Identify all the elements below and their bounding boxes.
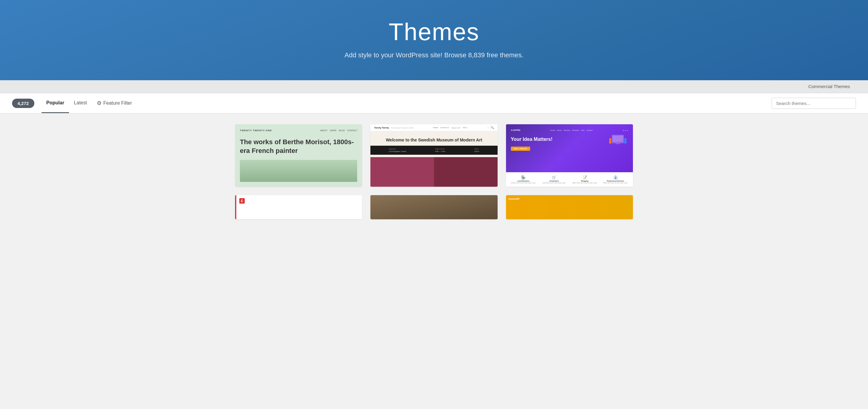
ocean-brand: OceanWP xyxy=(508,198,520,200)
tt-nav-links: Home Exhibitions About Us ▾ News xyxy=(433,127,467,129)
filter-bar: 4,272 Popular Latest ⚙ Feature Filter xyxy=(0,93,868,113)
astra-hero: ⊙ ASTRA Home About Services Reviews FAQ … xyxy=(506,124,633,172)
commercial-themes-link[interactable]: Commercial Themes xyxy=(808,84,850,89)
astra-illustration xyxy=(606,127,630,151)
theme-count-badge: 4,272 xyxy=(12,99,34,108)
astra-features: 🏪 Local Business Similique notto oasum a… xyxy=(506,172,633,187)
hero-section: Themes Add style to your WordPress site!… xyxy=(0,0,868,80)
theme-card-twenty-twenty-one[interactable]: TWENTY TWENTY-ONE ABOUT WORK BLOG CONTAC… xyxy=(235,124,362,187)
page-title: Themes xyxy=(6,18,862,46)
search-icon: 🔍 xyxy=(491,126,494,129)
tab-latest[interactable]: Latest xyxy=(69,93,92,113)
tt1-nav-links: ABOUT WORK BLOG CONTACT xyxy=(320,129,358,132)
tt-header-icons: ··· 🔍 xyxy=(487,126,494,129)
tt-brand: Twenty Twenty The Default Theme for 2020 xyxy=(374,127,413,129)
tt1-nav: TWENTY TWENTY-ONE ABOUT WORK BLOG CONTAC… xyxy=(240,129,357,132)
svg-rect-6 xyxy=(624,141,627,144)
tt1-brand: TWENTY TWENTY-ONE xyxy=(240,129,272,132)
svg-point-5 xyxy=(624,138,627,141)
theme-preview-tt: Twenty Twenty The Default Theme for 2020… xyxy=(370,124,497,187)
ecommerce-icon: 🛒 xyxy=(539,175,568,179)
tt1-headline: The works of Berthe Morisot, 1800s-era F… xyxy=(240,138,357,155)
commercial-bar: Commercial Themes xyxy=(0,80,868,93)
tt-hero-headline: Welcome to the Swedish Museum of Modern … xyxy=(375,137,493,143)
svg-rect-1 xyxy=(613,136,623,142)
theme-preview-elementor: E xyxy=(235,195,362,219)
hero-subtitle: Add style to your WordPress site! Browse… xyxy=(6,51,862,59)
gear-icon: ⚙ xyxy=(97,100,101,107)
feature-filter-button[interactable]: ⚙ Feature Filter xyxy=(92,93,137,113)
astra-brand: ⊙ ASTRA xyxy=(511,129,521,132)
elementor-icon: E xyxy=(239,198,245,204)
theme-card-ocean[interactable]: OceanWP xyxy=(506,195,633,219)
svg-point-3 xyxy=(609,138,612,141)
svg-rect-4 xyxy=(609,141,612,144)
tt-header: Twenty Twenty The Default Theme for 2020… xyxy=(370,124,497,131)
theme-card-elementor[interactable]: E xyxy=(235,195,362,219)
local-business-icon: 🏪 xyxy=(509,175,538,179)
theme-preview-ocean: OceanWP xyxy=(506,195,633,219)
tt-info-bar: ADDRESS 123 Storgatan, Umeå OPEN TODAY 9… xyxy=(370,146,497,155)
theme-card-astra[interactable]: ⊙ ASTRA Home About Services Reviews FAQ … xyxy=(506,124,633,187)
theme-card-photo[interactable] xyxy=(370,195,497,219)
tt1-image xyxy=(240,160,357,182)
theme-preview-photo xyxy=(370,195,497,219)
theme-card-twenty-twenty[interactable]: Twenty Twenty The Default Theme for 2020… xyxy=(370,124,497,187)
svg-rect-2 xyxy=(616,143,620,144)
astra-cta: Make a Website xyxy=(511,147,530,151)
tab-popular[interactable]: Popular xyxy=(41,93,69,113)
search-input[interactable] xyxy=(772,98,856,109)
astra-nav-links: Home About Services Reviews FAQ Contact xyxy=(550,129,592,131)
tt-gallery xyxy=(370,157,497,187)
professional-icon: 👔 xyxy=(601,175,630,179)
ellipsis-icon: ··· xyxy=(487,126,490,129)
feature-filter-label: Feature Filter xyxy=(103,100,132,106)
theme-preview-astra: ⊙ ASTRA Home About Services Reviews FAQ … xyxy=(506,124,633,187)
theme-preview-tt1: TWENTY TWENTY-ONE ABOUT WORK BLOG CONTAC… xyxy=(235,124,362,187)
themes-grid: TWENTY TWENTY-ONE ABOUT WORK BLOG CONTAC… xyxy=(217,113,651,230)
tt-hero-text: Welcome to the Swedish Museum of Modern … xyxy=(370,131,497,146)
blogging-icon: 📝 xyxy=(570,175,599,179)
